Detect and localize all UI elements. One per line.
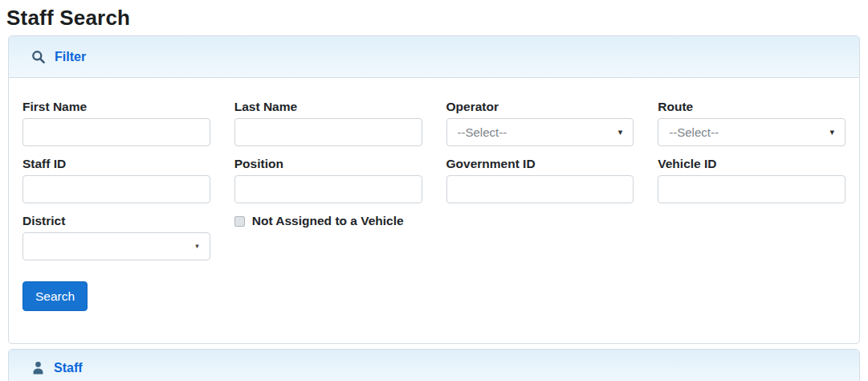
chevron-down-icon: ▾ bbox=[618, 128, 623, 137]
field-government-id: Government ID bbox=[446, 158, 634, 203]
filter-panel-header[interactable]: Filter bbox=[9, 36, 859, 78]
not-assigned-filter[interactable]: Not Assigned to a Vehicle bbox=[234, 215, 422, 227]
operator-select[interactable]: --Select-- ▾ bbox=[446, 118, 634, 146]
staff-panel-title: Staff bbox=[54, 360, 83, 375]
field-route: Route --Select-- ▾ bbox=[658, 100, 846, 146]
first-name-input[interactable] bbox=[22, 118, 210, 146]
government-id-label: Government ID bbox=[446, 158, 634, 170]
district-select[interactable]: ▾ bbox=[22, 232, 210, 260]
first-name-label: First Name bbox=[22, 100, 210, 113]
filter-panel-title: Filter bbox=[55, 49, 86, 64]
operator-select-value: --Select-- bbox=[458, 119, 507, 145]
last-name-label: Last Name bbox=[234, 100, 422, 113]
field-district: District ▾ bbox=[22, 215, 210, 260]
staff-panel-header[interactable]: Staff bbox=[9, 350, 859, 381]
field-last-name: Last Name bbox=[234, 100, 422, 146]
search-icon bbox=[31, 50, 46, 64]
vehicle-id-input[interactable] bbox=[658, 175, 846, 203]
operator-label: Operator bbox=[446, 100, 634, 113]
chevron-down-icon: ▾ bbox=[829, 128, 834, 137]
field-position: Position bbox=[234, 158, 422, 203]
filter-panel-body: First Name Last Name Operator --Select--… bbox=[9, 78, 859, 343]
government-id-input[interactable] bbox=[446, 175, 634, 203]
field-operator: Operator --Select-- ▾ bbox=[446, 100, 634, 146]
vehicle-id-label: Vehicle ID bbox=[658, 158, 846, 170]
filter-form: First Name Last Name Operator --Select--… bbox=[22, 100, 846, 272]
not-assigned-checkbox[interactable] bbox=[234, 216, 245, 227]
staff-id-label: Staff ID bbox=[22, 158, 210, 170]
person-icon bbox=[31, 361, 45, 375]
staff-panel: Staff bbox=[8, 349, 860, 381]
field-first-name: First Name bbox=[22, 100, 210, 146]
district-label: District bbox=[22, 215, 210, 227]
filter-panel: Filter First Name Last Name Operator --S… bbox=[8, 35, 860, 344]
not-assigned-label: Not Assigned to a Vehicle bbox=[252, 215, 404, 227]
route-select-value: --Select-- bbox=[669, 119, 719, 145]
field-staff-id: Staff ID bbox=[22, 158, 210, 203]
staff-id-input[interactable] bbox=[22, 175, 210, 203]
page-title: Staff Search bbox=[6, 6, 868, 31]
route-label: Route bbox=[658, 100, 846, 113]
position-input[interactable] bbox=[234, 175, 422, 203]
last-name-input[interactable] bbox=[234, 118, 422, 146]
search-button[interactable]: Search bbox=[22, 281, 88, 311]
position-label: Position bbox=[234, 158, 422, 170]
route-select[interactable]: --Select-- ▾ bbox=[658, 118, 846, 146]
field-vehicle-id: Vehicle ID bbox=[658, 158, 846, 203]
chevron-down-icon: ▾ bbox=[195, 243, 199, 250]
